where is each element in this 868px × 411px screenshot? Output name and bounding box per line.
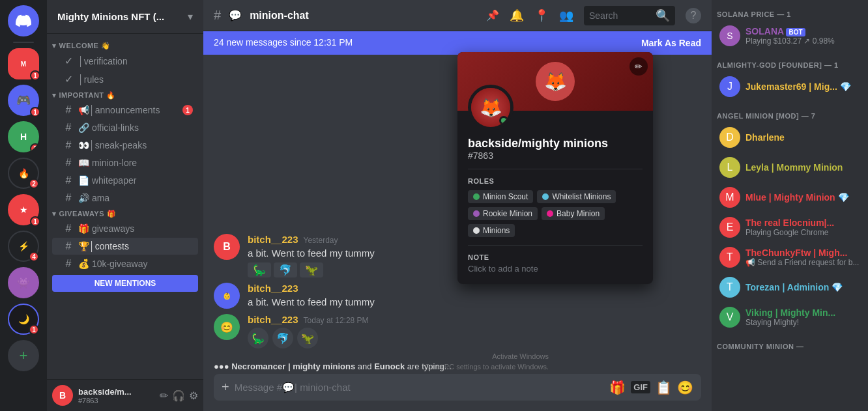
server-icon-7[interactable]: 👾 (8, 267, 39, 298)
current-user-name: backside/m... (78, 387, 154, 397)
rs-avatar-elocnium: E (719, 217, 740, 238)
sidebar-header[interactable]: Mighty Minions NFT (... ▾ (47, 0, 203, 34)
rs-member-chunkyftw[interactable]: T TheChunkyFtw | Migh... 📢 Send a Friend… (714, 243, 865, 272)
microphone-icon[interactable]: ✏ (160, 390, 168, 402)
channel-contests[interactable]: # 🏆│contests (52, 238, 198, 255)
rs-avatar-viking: V (719, 307, 740, 328)
profile-tag: #7863 (468, 150, 643, 161)
channel-whitepaper[interactable]: # 📄 whitepaper (52, 172, 198, 189)
rs-avatar-solana: S (719, 25, 740, 46)
category-important[interactable]: ▾ IMPORTANT 🔥 (47, 89, 203, 101)
server-badge-8: 1 (29, 324, 39, 335)
gem-icon-torezan: 💎 (832, 282, 843, 292)
server-badge: 1 (30, 70, 40, 81)
channel-10k-giveaway[interactable]: # 💰 10k-giveaway (52, 255, 198, 272)
server-icon-add[interactable]: + (8, 340, 39, 371)
channel-rules[interactable]: ✓ │rules (52, 70, 198, 88)
channel-sneak-peaks[interactable]: # 👀│sneak-peaks (52, 137, 198, 154)
category-welcome[interactable]: ▾ WELCOME 👋 (47, 39, 203, 51)
category-giveaways[interactable]: ▾ GIVEAWAYS 🎁 (47, 207, 203, 220)
server-badge-6: 4 (29, 251, 39, 262)
note-section: NOTE Click to add a note (468, 253, 643, 274)
role-minion-scout: Minion Scout (468, 190, 533, 203)
rs-avatar-torezan: T (719, 277, 740, 298)
rs-name-mlue: Mlue | Mighty Minion 💎 (745, 192, 860, 203)
channel-verification[interactable]: ✓ │verification (52, 52, 198, 70)
channel-minion-lore[interactable]: # 📖 minion-lore (52, 154, 198, 171)
roles-section: ROLES Minion Scout Whitelist Minions Roo… (468, 177, 643, 237)
rs-member-viking[interactable]: V Viking | Mighty Min... Staying Mighty! (714, 303, 865, 332)
profile-divider-2 (468, 245, 643, 246)
roles-grid: Minion Scout Whitelist Minions Rookie Mi… (468, 190, 643, 237)
online-status-dot (499, 116, 508, 125)
channel-sidebar: Mighty Minions NFT (... ▾ ▾ WELCOME 👋 ✓ … (47, 0, 203, 411)
rs-avatar-mlue: M (719, 187, 740, 208)
server-icon-3[interactable]: H 2 (8, 121, 39, 152)
role-baby-minion: Baby Minion (542, 207, 605, 220)
rs-name-dharlene: Dharlene (745, 132, 860, 143)
gem-icon-mlue: 💎 (838, 192, 849, 203)
current-user-tag: #7863 (78, 397, 154, 404)
channel-official-links[interactable]: # 🔗 official-links (52, 119, 198, 136)
rs-avatar-chunkyftw: T (719, 247, 740, 268)
discord-logo[interactable] (8, 5, 39, 36)
rs-category-community: COMMUNITY MINION — (712, 332, 868, 353)
rs-member-elocnium[interactable]: E The real Elocnium|... Playing Google C… (714, 213, 865, 242)
profile-avatar: 🦊 (468, 85, 514, 130)
user-controls: ✏ 🎧 ⚙ (160, 390, 198, 402)
server-icon-2[interactable]: 🎮 1 (8, 85, 39, 116)
note-placeholder[interactable]: Click to add a note (468, 264, 643, 274)
rs-name-viking: Viking | Mighty Min... Staying Mighty! (745, 307, 860, 327)
rs-category-almighty: ALMIGHTY-GOD [FOUNDER] — 1 (712, 51, 868, 72)
server-icon-main[interactable]: M 1 (8, 48, 39, 79)
server-badge-5: 1 (30, 216, 40, 227)
server-badge-3: 2 (30, 143, 39, 152)
rs-avatar-jukemaster: J (719, 76, 740, 97)
server-name: Mighty Minions NFT (... (57, 11, 164, 22)
note-label: NOTE (468, 253, 643, 261)
server-divider (13, 42, 34, 43)
server-icon-5[interactable]: ★ 1 (8, 194, 39, 225)
profile-divider-1 (468, 169, 643, 169)
server-badge-2: 1 (30, 107, 40, 117)
channel-giveaways[interactable]: # 🎁 giveaways (52, 220, 198, 237)
settings-icon[interactable]: ⚙ (189, 390, 198, 402)
current-user-avatar[interactable]: B (52, 385, 73, 406)
rs-member-dharlene[interactable]: D Dharlene (714, 123, 865, 152)
rs-name-leyla: Leyla | Mommy Minion (745, 162, 860, 173)
current-user-info: backside/m... #7863 (78, 387, 154, 404)
server-icon-4[interactable]: 🔥 2 (8, 158, 39, 189)
channel-announcements[interactable]: # 📢│announcements 1 (52, 102, 198, 119)
main-area: # 💬 minion-chat 📌 🔔 📍 👥 🔍 ? 24 new messa… (203, 0, 712, 411)
profile-edit-button[interactable]: ✏ (629, 57, 648, 76)
rs-member-jukemaster[interactable]: J Jukemaster69 | Mig... 💎 (714, 72, 865, 101)
right-sidebar: SOLANA PRICE — 1 S SOLANA BOT Playing $1… (712, 0, 868, 411)
profile-banner: 🦊 ✏ 🦊 (457, 52, 653, 111)
rs-avatar-leyla: L (719, 157, 740, 178)
rs-member-leyla[interactable]: L Leyla | Mommy Minion (714, 153, 865, 182)
rs-name-chunkyftw: TheChunkyFtw | Migh... 📢 Send a Friend r… (745, 248, 860, 267)
role-whitelist-minions: Whitelist Minions (537, 190, 616, 203)
server-icon-6[interactable]: ⚡ 4 (8, 231, 39, 262)
new-mentions-bar[interactable]: NEW MENTIONS (52, 275, 198, 292)
rs-name-solana: SOLANA BOT Playing $103.27 ↗ 0.98% (745, 26, 860, 46)
profile-popup: 🦊 ✏ 🦊 backside/mighty minions #7863 ROLE… (457, 52, 653, 284)
roles-label: ROLES (468, 177, 643, 185)
role-rookie-minion: Rookie Minion (468, 207, 538, 220)
sidebar-dropdown-icon: ▾ (188, 10, 193, 23)
rs-category-solana: SOLANA PRICE — 1 (712, 0, 868, 21)
rs-avatar-dharlene: D (719, 127, 740, 148)
server-icon-8[interactable]: 🌙 1 (8, 304, 39, 335)
gem-icon: 💎 (840, 81, 851, 92)
channel-ama[interactable]: # 🔊 ama (52, 190, 198, 206)
rs-member-solana[interactable]: S SOLANA BOT Playing $103.27 ↗ 0.98% (714, 21, 865, 50)
sidebar-bottom: B backside/m... #7863 ✏ 🎧 ⚙ (47, 379, 203, 411)
rs-name-elocnium: The real Elocnium|... Playing Google Chr… (745, 218, 860, 237)
headphone-icon[interactable]: 🎧 (172, 390, 185, 402)
profile-username: backside/mighty minions (468, 137, 643, 150)
sidebar-content: ▾ WELCOME 👋 ✓ │verification ✓ │rules ▾ I… (47, 34, 203, 379)
rs-member-mlue[interactable]: M Mlue | Mighty Minion 💎 (714, 183, 865, 212)
role-minions: Minions (468, 224, 515, 237)
profile-body: backside/mighty minions #7863 ROLES Mini… (457, 111, 653, 284)
rs-member-torezan[interactable]: T Torezan | Adminion 💎 (714, 273, 865, 302)
